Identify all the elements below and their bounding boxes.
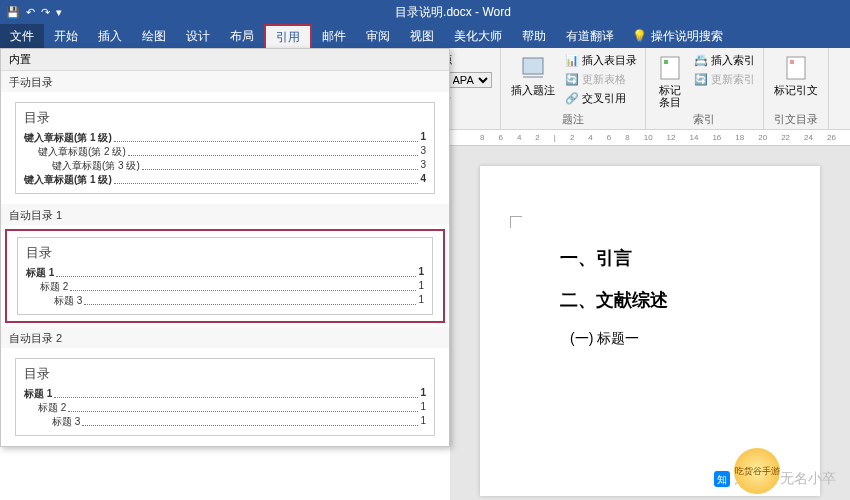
gallery-auto2-item[interactable]: 目录 标题 11 标题 21 标题 31 — [5, 352, 445, 442]
mark-citation-label: 标记引文 — [774, 84, 818, 96]
tab-layout[interactable]: 布局 — [220, 24, 264, 48]
save-icon[interactable]: 💾 — [6, 6, 20, 19]
insert-index-icon: 📇 — [694, 54, 708, 67]
mark-citation-icon — [782, 54, 810, 82]
cross-reference-button[interactable]: 🔗交叉引用 — [563, 90, 639, 107]
document-title: 目录说明.docx - Word — [62, 4, 844, 21]
mark-entry-label: 标记 条目 — [659, 84, 681, 108]
gallery-auto1-item[interactable]: 目录 标题 11 标题 21 标题 31 — [5, 229, 445, 323]
quick-access-toolbar: 💾 ↶ ↷ ▾ — [6, 6, 62, 19]
tab-file[interactable]: 文件 — [0, 24, 44, 48]
tab-draw[interactable]: 绘图 — [132, 24, 176, 48]
zhihu-icon: 知 — [714, 471, 730, 487]
tab-view[interactable]: 视图 — [400, 24, 444, 48]
tell-me-label: 操作说明搜索 — [651, 28, 723, 45]
title-bar: 💾 ↶ ↷ ▾ 目录说明.docx - Word — [0, 0, 850, 24]
toc-preview-title: 目录 — [24, 365, 426, 383]
gallery-auto2-label: 自动目录 2 — [1, 327, 449, 348]
style-dropdown[interactable]: APA — [448, 72, 492, 88]
svg-rect-13 — [787, 57, 805, 79]
tab-review[interactable]: 审阅 — [356, 24, 400, 48]
caption-icon — [519, 54, 547, 82]
caption-label: 插入题注 — [511, 84, 555, 96]
toc-preview-title: 目录 — [24, 109, 426, 127]
update-index-icon: 🔄 — [694, 73, 708, 86]
doc-heading-2: 二、文献综述 — [560, 288, 790, 312]
insert-caption-button[interactable]: 插入题注 — [507, 52, 559, 98]
undo-icon[interactable]: ↶ — [26, 6, 35, 19]
group-authorities-label: 引文目录 — [770, 110, 822, 127]
xref-icon: 🔗 — [565, 92, 579, 105]
tell-me[interactable]: 💡 操作说明搜索 — [632, 24, 723, 48]
tab-translate[interactable]: 有道翻译 — [556, 24, 624, 48]
gallery-auto1-label: 自动目录 1 — [1, 204, 449, 225]
svg-rect-9 — [523, 58, 543, 74]
gallery-builtin-header: 内置 — [1, 49, 449, 71]
update-table-button[interactable]: 🔄更新表格 — [563, 71, 639, 88]
svg-rect-12 — [664, 60, 668, 64]
tof-icon: 📊 — [565, 54, 579, 67]
doc-heading-1: 一、引言 — [560, 246, 790, 270]
svg-rect-11 — [661, 57, 679, 79]
insert-index-button[interactable]: 📇插入索引 — [692, 52, 757, 69]
tab-help[interactable]: 帮助 — [512, 24, 556, 48]
horizontal-ruler[interactable]: 8642|2468101214161820222426 — [450, 130, 850, 146]
group-index-label: 索引 — [652, 110, 757, 127]
badge-sticker: 吃货谷手游 — [734, 448, 780, 494]
tab-beautify[interactable]: 美化大师 — [444, 24, 512, 48]
gallery-manual-label: 手动目录 — [1, 71, 449, 92]
mark-entry-button[interactable]: 标记 条目 — [652, 52, 688, 110]
update-table-icon: 🔄 — [565, 73, 579, 86]
tab-insert[interactable]: 插入 — [88, 24, 132, 48]
group-authorities: 标记引文 引文目录 — [764, 48, 829, 129]
mark-citation-button[interactable]: 标记引文 — [770, 52, 822, 98]
group-captions: 插入题注 📊插入表目录 🔄更新表格 🔗交叉引用 题注 — [501, 48, 646, 129]
tab-references[interactable]: 引用 — [264, 24, 312, 48]
mark-entry-icon — [656, 54, 684, 82]
toc-gallery-dropdown: 内置 手动目录 目录 键入章标题(第 1 级)1 键入章标题(第 2 级)3 键… — [0, 48, 450, 447]
doc-subheading: (一) 标题一 — [570, 330, 790, 348]
tab-mailings[interactable]: 邮件 — [312, 24, 356, 48]
tab-design[interactable]: 设计 — [176, 24, 220, 48]
ribbon-tabs: 文件 开始 插入 绘图 设计 布局 引用 邮件 审阅 视图 美化大师 帮助 有道… — [0, 24, 850, 48]
document-area: 8642|2468101214161820222426 一、引言 二、文献综述 … — [450, 130, 850, 500]
insert-table-figures-button[interactable]: 📊插入表目录 — [563, 52, 639, 69]
svg-rect-14 — [790, 60, 794, 64]
tab-home[interactable]: 开始 — [44, 24, 88, 48]
update-index-button[interactable]: 🔄更新索引 — [692, 71, 757, 88]
svg-text:知: 知 — [717, 474, 727, 485]
group-index: 标记 条目 📇插入索引 🔄更新索引 索引 — [646, 48, 764, 129]
gallery-manual-item[interactable]: 目录 键入章标题(第 1 级)1 键入章标题(第 2 级)3 键入章标题(第 3… — [5, 96, 445, 200]
redo-icon[interactable]: ↷ — [41, 6, 50, 19]
toc-preview-title: 目录 — [26, 244, 424, 262]
margin-corner-icon — [510, 216, 522, 228]
lightbulb-icon: 💡 — [632, 29, 647, 43]
group-captions-label: 题注 — [507, 110, 639, 127]
document-page[interactable]: 一、引言 二、文献综述 (一) 标题一 — [480, 166, 820, 496]
